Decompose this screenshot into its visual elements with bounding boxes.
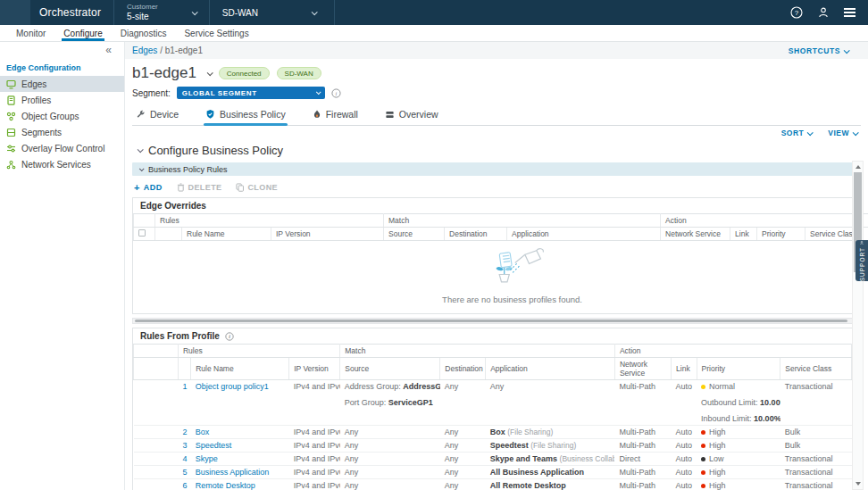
rule-application: Any	[486, 380, 615, 426]
flame-icon	[313, 109, 321, 120]
support-tab[interactable]: SUPPORT	[855, 240, 868, 281]
rule-source: Any	[340, 439, 440, 453]
rule-name[interactable]: Box	[191, 426, 289, 439]
vertical-scrollbar[interactable]	[852, 161, 864, 490]
chevron-down-icon	[807, 130, 814, 137]
select-all-checkbox[interactable]	[138, 229, 146, 237]
rule-application: Box (File Sharing)	[486, 426, 615, 439]
collapse-section-icon[interactable]	[138, 146, 144, 153]
rule-destination: Any	[440, 479, 486, 490]
group-match: Match	[340, 345, 615, 358]
sidebar-item-overlay-flow-control[interactable]: Overlay Flow Control	[0, 140, 124, 156]
rule-number-link[interactable]: 1	[182, 382, 187, 391]
breadcrumb: Edges / b1-edge1	[132, 46, 203, 55]
sort-button[interactable]: SORT	[781, 129, 813, 137]
rule-number-link[interactable]: 6	[182, 481, 187, 490]
rule-number[interactable]: 3	[178, 439, 190, 453]
nav-diagnostics[interactable]: Diagnostics	[112, 25, 176, 41]
rule-priority: High	[697, 439, 780, 453]
col-ip-version: IP Version	[289, 358, 340, 380]
edge-name-dropdown-icon[interactable]	[207, 70, 213, 76]
view-button[interactable]: VIEW	[828, 129, 857, 137]
rule-link: Auto	[672, 466, 697, 479]
vmware-logo[interactable]	[0, 0, 30, 25]
collapse-sidebar-icon[interactable]: «	[105, 46, 112, 58]
rule-number-link[interactable]: 5	[182, 468, 187, 477]
row-spacer	[134, 466, 179, 479]
delete-rule-button[interactable]: DELETE	[177, 183, 222, 192]
row-spacer	[134, 426, 179, 439]
customer-dropdown[interactable]: Customer 5-site	[113, 0, 210, 25]
add-rule-button[interactable]: +ADD	[134, 182, 163, 193]
rule-number[interactable]: 5	[178, 466, 190, 479]
rule-name[interactable]: Business Application	[191, 466, 289, 479]
sidebar-item-label: Overlay Flow Control	[21, 144, 104, 154]
rule-name[interactable]: Speedtest	[191, 439, 289, 453]
sidebar-item-edges[interactable]: Edges	[0, 76, 124, 92]
sidebar-item-segments[interactable]: Segments	[0, 124, 124, 140]
rule-service-class: Transactional	[780, 466, 851, 479]
tab-firewall[interactable]: Firewall	[311, 104, 360, 125]
rule-name-link[interactable]: Box	[196, 428, 210, 436]
user-icon[interactable]	[817, 6, 830, 19]
breadcrumb-edges-link[interactable]: Edges	[132, 46, 157, 55]
rule-source: Any	[340, 453, 440, 466]
nav-configure[interactable]: Configure	[54, 25, 111, 41]
rule-number-link[interactable]: 3	[182, 441, 187, 450]
service-dropdown[interactable]: SD-WAN	[210, 0, 335, 25]
rule-ip-version: IPv4 and IPv6	[289, 453, 340, 466]
rule-priority: High	[697, 479, 780, 490]
rule-name-link[interactable]: Object group policy1	[196, 382, 269, 391]
svg-text:i: i	[229, 334, 230, 339]
shortcuts-button[interactable]: SHORTCUTS	[789, 46, 848, 55]
rule-link: Auto	[672, 453, 697, 466]
menu-icon[interactable]	[844, 8, 855, 17]
clone-rule-button[interactable]: CLONE	[236, 183, 278, 192]
rule-name-link[interactable]: Remote Desktop	[196, 481, 255, 490]
nav-service-settings[interactable]: Service Settings	[175, 25, 257, 41]
row-spacer	[134, 479, 179, 490]
group-action: Action	[614, 345, 851, 358]
horizontal-scrollbar[interactable]	[132, 318, 861, 324]
sidebar-item-object-groups[interactable]: Object Groups	[0, 108, 124, 124]
rule-name[interactable]: Skype	[191, 453, 289, 466]
tab-business-policy[interactable]: Business Policy	[204, 104, 288, 125]
scroll-down-icon[interactable]	[855, 482, 861, 486]
sidebar-item-label: Profiles	[21, 96, 51, 105]
rule-service-class: Bulk	[780, 426, 851, 439]
rule-priority: NormalOutbound Limit: 10.00%Inbound Limi…	[697, 380, 780, 426]
tab-overview[interactable]: Overview	[383, 104, 440, 125]
rule-link: Auto	[672, 426, 697, 439]
priority-dot-icon	[701, 444, 705, 448]
rule-name-link[interactable]: Speedtest	[196, 441, 232, 450]
scroll-up-icon[interactable]	[855, 165, 861, 169]
sidebar-item-profiles[interactable]: Profiles	[0, 92, 124, 108]
page-title: b1-edge1	[132, 64, 196, 82]
business-policy-rules-panel[interactable]: Business Policy Rules	[132, 162, 861, 176]
rule-name-link[interactable]: Skype	[196, 454, 218, 463]
profiles-icon	[6, 96, 16, 105]
rule-number-link[interactable]: 4	[182, 454, 187, 463]
rule-number[interactable]: 4	[178, 453, 190, 466]
tab-device[interactable]: Device	[134, 104, 180, 125]
col-rule-name: Rule Name	[182, 228, 271, 241]
rules-from-profile-table: Rules From Profile i Rules Match Action	[132, 328, 861, 490]
sidebar-item-network-services[interactable]: Network Services	[0, 156, 124, 172]
segment-dropdown[interactable]: GLOBAL SEGMENT	[177, 87, 325, 99]
rule-name[interactable]: Remote Desktop	[191, 479, 289, 490]
collapse-panel-icon	[139, 166, 145, 171]
group-header-row: Rules Match Action	[134, 345, 860, 358]
help-icon[interactable]: ?	[790, 6, 803, 19]
empty-state-illustration	[475, 246, 550, 291]
top-navbar: Orchestrator Customer 5-site SD-WAN ?	[0, 0, 868, 25]
rules-from-profile-info-icon[interactable]: i	[225, 332, 234, 341]
rule-number[interactable]: 1	[178, 380, 190, 426]
rule-number-link[interactable]: 2	[182, 428, 187, 436]
rule-service-class: Transactional	[780, 380, 851, 426]
rule-number[interactable]: 6	[178, 479, 190, 490]
rule-name[interactable]: Object group policy1	[191, 380, 289, 426]
rule-name-link[interactable]: Business Application	[196, 468, 270, 477]
rule-number[interactable]: 2	[178, 426, 190, 439]
nav-monitor[interactable]: Monitor	[7, 25, 54, 41]
segment-info-icon[interactable]: i	[331, 88, 341, 98]
